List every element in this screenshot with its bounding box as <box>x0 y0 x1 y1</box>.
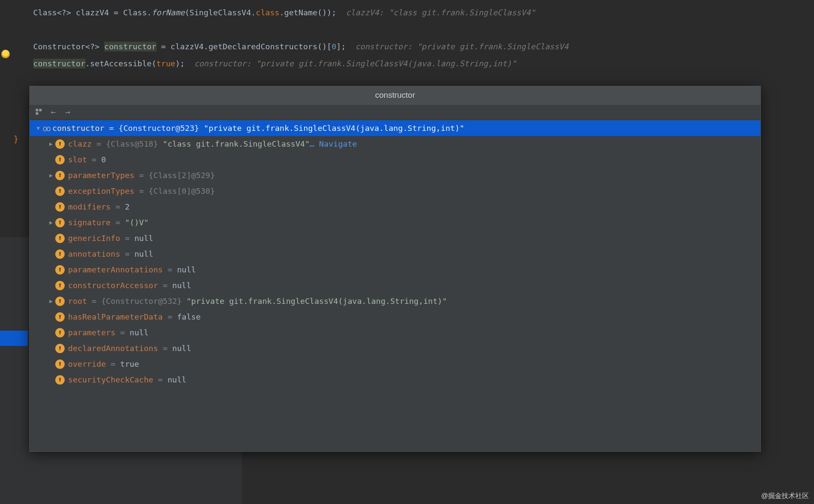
code-line[interactable]: Class<?> clazzV4 = Class.forName(SingleC… <box>0 4 814 21</box>
variables-tree[interactable]: oo constructor = {Constructor@523} "priv… <box>30 119 760 451</box>
equals-sign: = <box>158 281 172 290</box>
tree-row-field[interactable]: fconstructorAccessor = null <box>30 277 760 293</box>
equals-sign: = <box>87 155 101 164</box>
tree-row-field[interactable]: foverride = true <box>30 356 760 372</box>
field-icon: f <box>55 312 65 322</box>
field-icon: f <box>55 171 65 180</box>
field-name: parameterTypes <box>68 171 134 180</box>
svg-rect-1 <box>39 109 42 111</box>
field-icon: f <box>55 249 65 259</box>
field-value: null <box>134 234 154 243</box>
chevron-down-icon[interactable] <box>34 125 43 131</box>
field-value: true <box>120 360 139 368</box>
debugger-evaluate-popup[interactable]: constructor ← → oo constructor = {Constr… <box>29 86 761 452</box>
tree-row-field[interactable]: fhasRealParameterData = false <box>30 309 760 325</box>
navigate-link[interactable]: … Navigate <box>310 139 357 148</box>
field-name: parameterAnnotations <box>68 265 163 274</box>
field-value: 2 <box>125 202 130 211</box>
chevron-right-icon[interactable] <box>47 141 55 147</box>
field-name: genericInfo <box>68 234 120 243</box>
field-icon: f <box>55 297 65 306</box>
field-name: override <box>68 360 106 368</box>
field-name: annotations <box>68 249 120 258</box>
equals-sign: = <box>120 249 134 258</box>
field-value: null <box>168 375 187 384</box>
field-name: slot <box>68 155 87 164</box>
toolbar-settings-icon[interactable] <box>34 107 43 116</box>
field-icon: f <box>55 155 65 164</box>
svg-rect-0 <box>36 109 38 111</box>
popup-title: constructor <box>30 86 760 105</box>
tree-row-field[interactable]: fparameters = null <box>30 325 760 340</box>
field-value: "class git.frank.SingleClassV4" <box>158 139 310 148</box>
field-value: null <box>130 328 149 337</box>
field-name: root <box>68 297 87 306</box>
tree-row-field[interactable]: fslot = 0 <box>30 152 760 167</box>
bottom-panel-selected-row <box>0 331 28 346</box>
equals-sign: = <box>92 139 106 148</box>
field-name: declaredAnnotations <box>68 344 158 353</box>
chevron-right-icon[interactable] <box>47 219 55 226</box>
code-line[interactable]: constructor.setAccessible(true); constru… <box>0 55 814 72</box>
field-icon: f <box>55 234 65 243</box>
object-ref-icon: oo <box>43 124 50 133</box>
field-name: hasRealParameterData <box>68 312 163 321</box>
field-name: exceptionTypes <box>68 187 134 195</box>
field-icon: f <box>55 344 65 353</box>
field-icon: f <box>55 187 65 196</box>
equals-sign: = <box>87 297 101 306</box>
nav-forward-icon[interactable]: → <box>63 107 72 116</box>
tree-row-field[interactable]: fmodifiers = 2 <box>30 199 760 215</box>
tree-row-field[interactable]: fsecurityCheckCache = null <box>30 372 760 388</box>
tree-row-field[interactable]: fparameterAnnotations = null <box>30 262 760 277</box>
chevron-right-icon[interactable] <box>47 298 55 304</box>
field-value: null <box>172 281 191 290</box>
field-ref: {Class[0]@530} <box>148 187 215 195</box>
equals-sign: = <box>153 375 167 384</box>
tree-row-field[interactable]: fexceptionTypes = {Class[0]@530} <box>30 183 760 199</box>
editor-code-area[interactable]: Class<?> clazzV4 = Class.forName(SingleC… <box>0 0 814 72</box>
tree-row-field[interactable]: fsignature = "()V" <box>30 215 760 230</box>
field-value: "private git.frank.SingleClassV4(java.la… <box>182 297 447 306</box>
chevron-right-icon[interactable] <box>47 172 55 178</box>
svg-rect-2 <box>36 112 38 115</box>
equals-sign: = <box>106 360 120 368</box>
tree-row-field[interactable]: froot = {Constructor@532} "private git.f… <box>30 293 760 309</box>
equals-sign: = <box>163 312 177 321</box>
watermark-text: @掘金技术社区 <box>761 492 809 501</box>
equals-sign: = <box>134 171 148 180</box>
equals-sign: = <box>111 202 125 211</box>
tree-row-field[interactable]: fclazz = {Class@518} "class git.frank.Si… <box>30 136 760 152</box>
field-ref: {Class[2]@529} <box>148 171 215 180</box>
field-icon: f <box>55 281 65 290</box>
code-line-blank[interactable] <box>0 21 814 38</box>
equals-sign: = <box>134 187 148 195</box>
field-value: 0 <box>101 155 106 164</box>
field-name: modifiers <box>68 202 111 211</box>
field-value: null <box>177 265 196 274</box>
field-value: false <box>177 312 201 321</box>
field-icon: f <box>55 360 65 369</box>
closing-brace: } <box>14 134 18 144</box>
equals-sign: = <box>115 328 129 337</box>
tree-row-field[interactable]: fannotations = null <box>30 246 760 262</box>
field-name: securityCheckCache <box>68 375 153 384</box>
tree-row-field[interactable]: fgenericInfo = null <box>30 230 760 246</box>
field-icon: f <box>55 202 65 212</box>
tree-row-field[interactable]: fdeclaredAnnotations = null <box>30 340 760 356</box>
field-icon: f <box>55 218 65 227</box>
popup-toolbar: ← → <box>30 105 760 119</box>
nav-back-icon[interactable]: ← <box>48 107 58 116</box>
field-value: null <box>172 344 191 353</box>
tree-row-root[interactable]: oo constructor = {Constructor@523} "priv… <box>30 120 760 136</box>
code-line[interactable]: Constructor<?> constructor = clazzV4.get… <box>0 38 814 55</box>
field-name: constructorAccessor <box>68 281 158 290</box>
field-value: null <box>134 249 154 258</box>
field-name: clazz <box>68 139 92 148</box>
field-icon: f <box>55 265 65 275</box>
equals-sign: = <box>163 265 177 274</box>
field-name: signature <box>68 218 111 227</box>
field-ref: {Constructor@532} <box>101 297 182 306</box>
field-ref: {Class@518} <box>106 139 158 148</box>
tree-row-field[interactable]: fparameterTypes = {Class[2]@529} <box>30 167 760 183</box>
